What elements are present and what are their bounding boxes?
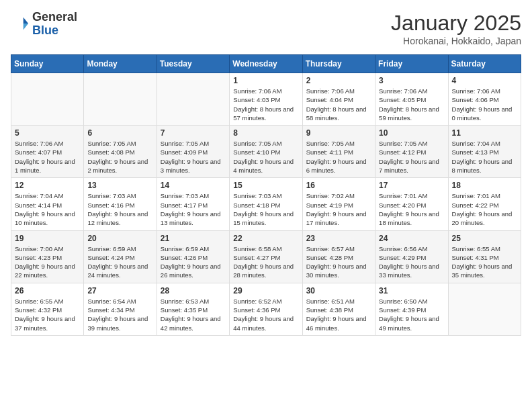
day-info: Sunrise: 7:04 AM Sunset: 4:13 PM Dayligh… bbox=[452, 139, 517, 175]
day-info: Sunrise: 7:03 AM Sunset: 4:18 PM Dayligh… bbox=[233, 191, 298, 227]
day-number: 8 bbox=[233, 128, 298, 138]
day-info: Sunrise: 6:58 AM Sunset: 4:27 PM Dayligh… bbox=[233, 244, 298, 280]
day-number: 22 bbox=[233, 234, 298, 243]
calendar-cell: 10Sunrise: 7:05 AM Sunset: 4:12 PM Dayli… bbox=[375, 126, 448, 178]
day-number: 15 bbox=[233, 181, 298, 190]
day-number: 5 bbox=[15, 128, 80, 138]
weekday-header-tuesday: Tuesday bbox=[157, 55, 229, 73]
calendar-cell: 22Sunrise: 6:58 AM Sunset: 4:27 PM Dayli… bbox=[230, 230, 302, 283]
svg-marker-0 bbox=[24, 17, 28, 24]
day-number: 4 bbox=[452, 76, 517, 85]
day-number: 20 bbox=[87, 234, 152, 243]
calendar-cell: 5Sunrise: 7:06 AM Sunset: 4:07 PM Daylig… bbox=[11, 126, 84, 178]
calendar-cell: 27Sunrise: 6:54 AM Sunset: 4:34 PM Dayli… bbox=[84, 283, 157, 335]
day-info: Sunrise: 7:05 AM Sunset: 4:11 PM Dayligh… bbox=[306, 139, 371, 175]
day-number: 17 bbox=[379, 181, 444, 190]
calendar-cell: 7Sunrise: 7:05 AM Sunset: 4:09 PM Daylig… bbox=[157, 126, 229, 178]
calendar-cell: 24Sunrise: 6:56 AM Sunset: 4:29 PM Dayli… bbox=[375, 230, 448, 283]
day-number: 14 bbox=[161, 181, 226, 190]
day-info: Sunrise: 7:00 AM Sunset: 4:23 PM Dayligh… bbox=[15, 244, 80, 280]
calendar-cell: 23Sunrise: 6:57 AM Sunset: 4:28 PM Dayli… bbox=[302, 230, 375, 283]
day-number: 6 bbox=[87, 128, 152, 138]
calendar-cell: 12Sunrise: 7:04 AM Sunset: 4:14 PM Dayli… bbox=[11, 178, 84, 230]
weekday-header-friday: Friday bbox=[375, 55, 448, 73]
day-info: Sunrise: 6:59 AM Sunset: 4:26 PM Dayligh… bbox=[161, 244, 226, 280]
day-info: Sunrise: 7:05 AM Sunset: 4:12 PM Dayligh… bbox=[379, 139, 444, 175]
calendar-table: SundayMondayTuesdayWednesdayThursdayFrid… bbox=[11, 54, 521, 336]
day-info: Sunrise: 6:55 AM Sunset: 4:31 PM Dayligh… bbox=[452, 244, 517, 280]
calendar-week-1: 1Sunrise: 7:06 AM Sunset: 4:03 PM Daylig… bbox=[11, 73, 521, 126]
calendar-cell: 18Sunrise: 7:01 AM Sunset: 4:22 PM Dayli… bbox=[448, 178, 521, 230]
day-number: 27 bbox=[87, 286, 152, 295]
logo: General Blue bbox=[11, 11, 77, 38]
day-info: Sunrise: 7:06 AM Sunset: 4:07 PM Dayligh… bbox=[15, 139, 80, 175]
day-number: 7 bbox=[161, 128, 226, 138]
weekday-header-row: SundayMondayTuesdayWednesdayThursdayFrid… bbox=[11, 55, 521, 73]
calendar-cell: 29Sunrise: 6:52 AM Sunset: 4:36 PM Dayli… bbox=[230, 283, 302, 335]
day-number: 25 bbox=[452, 234, 517, 243]
calendar-cell: 28Sunrise: 6:53 AM Sunset: 4:35 PM Dayli… bbox=[157, 283, 229, 335]
day-info: Sunrise: 7:05 AM Sunset: 4:10 PM Dayligh… bbox=[233, 139, 298, 175]
page-header: General Blue January 2025 Horokanai, Hok… bbox=[11, 11, 521, 46]
weekday-header-monday: Monday bbox=[84, 55, 157, 73]
calendar-cell: 13Sunrise: 7:03 AM Sunset: 4:16 PM Dayli… bbox=[84, 178, 157, 230]
calendar-week-3: 12Sunrise: 7:04 AM Sunset: 4:14 PM Dayli… bbox=[11, 178, 521, 230]
calendar-cell bbox=[84, 73, 157, 126]
day-info: Sunrise: 7:04 AM Sunset: 4:14 PM Dayligh… bbox=[15, 191, 80, 227]
day-info: Sunrise: 6:50 AM Sunset: 4:39 PM Dayligh… bbox=[379, 297, 444, 332]
weekday-header-sunday: Sunday bbox=[11, 55, 84, 73]
calendar-week-5: 26Sunrise: 6:55 AM Sunset: 4:32 PM Dayli… bbox=[11, 283, 521, 335]
day-number: 2 bbox=[306, 76, 371, 85]
logo-text: General Blue bbox=[32, 11, 77, 38]
day-number: 24 bbox=[379, 234, 444, 243]
logo-blue: Blue bbox=[32, 24, 77, 38]
day-info: Sunrise: 6:59 AM Sunset: 4:24 PM Dayligh… bbox=[87, 244, 152, 280]
day-info: Sunrise: 7:02 AM Sunset: 4:19 PM Dayligh… bbox=[306, 191, 371, 227]
calendar-cell: 3Sunrise: 7:06 AM Sunset: 4:05 PM Daylig… bbox=[375, 73, 448, 126]
weekday-header-wednesday: Wednesday bbox=[230, 55, 302, 73]
day-info: Sunrise: 7:06 AM Sunset: 4:04 PM Dayligh… bbox=[306, 87, 371, 122]
calendar-week-2: 5Sunrise: 7:06 AM Sunset: 4:07 PM Daylig… bbox=[11, 126, 521, 178]
day-number: 19 bbox=[15, 234, 80, 243]
calendar-cell: 14Sunrise: 7:03 AM Sunset: 4:17 PM Dayli… bbox=[157, 178, 229, 230]
day-info: Sunrise: 7:06 AM Sunset: 4:06 PM Dayligh… bbox=[452, 87, 517, 122]
day-info: Sunrise: 6:51 AM Sunset: 4:38 PM Dayligh… bbox=[306, 297, 371, 332]
day-info: Sunrise: 7:06 AM Sunset: 4:05 PM Dayligh… bbox=[379, 87, 444, 122]
svg-marker-1 bbox=[24, 24, 28, 30]
day-number: 30 bbox=[306, 286, 371, 295]
calendar-cell bbox=[448, 283, 521, 335]
location: Horokanai, Hokkaido, Japan bbox=[391, 36, 521, 46]
calendar-cell bbox=[11, 73, 84, 126]
calendar-cell: 11Sunrise: 7:04 AM Sunset: 4:13 PM Dayli… bbox=[448, 126, 521, 178]
day-number: 23 bbox=[306, 234, 371, 243]
calendar-cell: 30Sunrise: 6:51 AM Sunset: 4:38 PM Dayli… bbox=[302, 283, 375, 335]
day-number: 29 bbox=[233, 286, 298, 295]
day-info: Sunrise: 7:05 AM Sunset: 4:08 PM Dayligh… bbox=[87, 139, 152, 175]
calendar-cell bbox=[157, 73, 229, 126]
calendar-cell: 26Sunrise: 6:55 AM Sunset: 4:32 PM Dayli… bbox=[11, 283, 84, 335]
calendar-cell: 6Sunrise: 7:05 AM Sunset: 4:08 PM Daylig… bbox=[84, 126, 157, 178]
weekday-header-saturday: Saturday bbox=[448, 55, 521, 73]
day-number: 21 bbox=[161, 234, 226, 243]
day-info: Sunrise: 6:52 AM Sunset: 4:36 PM Dayligh… bbox=[233, 297, 298, 332]
day-info: Sunrise: 7:05 AM Sunset: 4:09 PM Dayligh… bbox=[161, 139, 226, 175]
day-number: 18 bbox=[452, 181, 517, 190]
day-number: 13 bbox=[87, 181, 152, 190]
day-info: Sunrise: 6:56 AM Sunset: 4:29 PM Dayligh… bbox=[379, 244, 444, 280]
day-number: 31 bbox=[379, 286, 444, 295]
calendar-cell: 25Sunrise: 6:55 AM Sunset: 4:31 PM Dayli… bbox=[448, 230, 521, 283]
calendar-week-4: 19Sunrise: 7:00 AM Sunset: 4:23 PM Dayli… bbox=[11, 230, 521, 283]
calendar-cell: 19Sunrise: 7:00 AM Sunset: 4:23 PM Dayli… bbox=[11, 230, 84, 283]
day-info: Sunrise: 6:55 AM Sunset: 4:32 PM Dayligh… bbox=[15, 297, 80, 332]
logo-general: General bbox=[32, 11, 77, 24]
day-number: 1 bbox=[233, 76, 298, 85]
day-info: Sunrise: 7:03 AM Sunset: 4:16 PM Dayligh… bbox=[87, 191, 152, 227]
day-number: 9 bbox=[306, 128, 371, 138]
day-number: 26 bbox=[15, 286, 80, 295]
day-number: 3 bbox=[379, 76, 444, 85]
calendar-cell: 8Sunrise: 7:05 AM Sunset: 4:10 PM Daylig… bbox=[230, 126, 302, 178]
calendar-cell: 15Sunrise: 7:03 AM Sunset: 4:18 PM Dayli… bbox=[230, 178, 302, 230]
day-number: 16 bbox=[306, 181, 371, 190]
day-info: Sunrise: 7:01 AM Sunset: 4:22 PM Dayligh… bbox=[452, 191, 517, 227]
day-info: Sunrise: 7:06 AM Sunset: 4:03 PM Dayligh… bbox=[233, 87, 298, 122]
